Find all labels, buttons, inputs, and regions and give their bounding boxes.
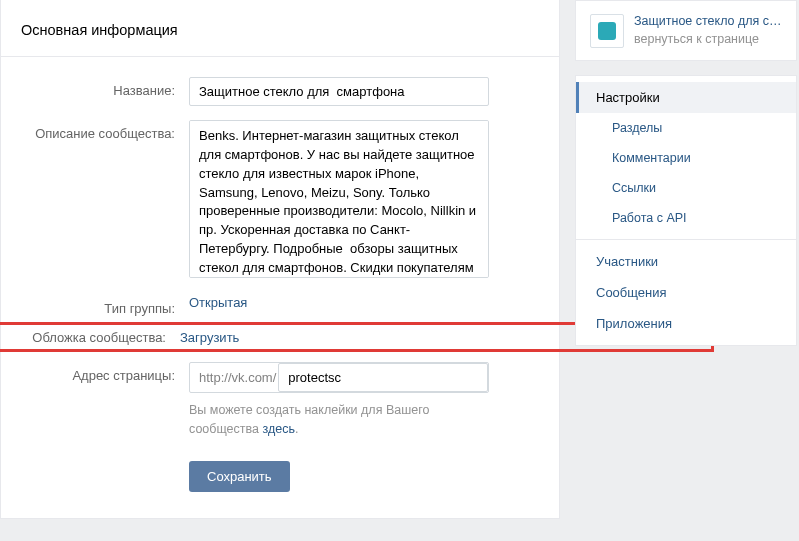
save-button[interactable]: Сохранить [189,461,290,492]
nav-messages[interactable]: Сообщения [576,277,796,308]
side-nav: Настройки Разделы Комментарии Ссылки Раб… [575,75,797,346]
nav-api[interactable]: Работа с API [576,203,796,233]
label-type: Тип группы: [1,295,189,316]
page-title: Основная информация [1,0,559,57]
nav-separator [576,239,796,240]
nav-settings[interactable]: Настройки [576,82,796,113]
back-to-page-link[interactable]: вернуться к странице [634,32,759,46]
nav-members[interactable]: Участники [576,246,796,277]
label-name: Название: [1,77,189,98]
community-card[interactable]: Защитное стекло для см... вернуться к ст… [575,0,797,61]
label-address: Адрес страницы: [1,362,189,383]
address-hint: Вы можете создать наклейки для Вашего со… [189,401,499,439]
address-field-wrap: http://vk.com/ [189,362,489,393]
stickers-link[interactable]: здесь [262,422,294,436]
main-panel: Основная информация Название: Описание с… [0,0,560,519]
nav-comments[interactable]: Комментарии [576,143,796,173]
nav-links[interactable]: Ссылки [576,173,796,203]
label-description: Описание сообщества: [1,120,189,141]
settings-form: Название: Описание сообщества: Benks. Ин… [1,57,559,492]
group-type-select[interactable]: Открытая [189,289,247,310]
address-input[interactable] [278,363,488,392]
nav-apps[interactable]: Приложения [576,308,796,339]
upload-cover-link[interactable]: Загрузить [180,330,239,345]
name-input[interactable] [189,77,489,106]
address-prefix: http://vk.com/ [190,364,278,391]
sidebar: Защитное стекло для см... вернуться к ст… [575,0,797,519]
nav-sections[interactable]: Разделы [576,113,796,143]
community-title: Защитное стекло для см... [634,13,782,31]
avatar [590,14,624,48]
description-textarea[interactable]: Benks. Интернет-магазин защитных стекол … [189,120,489,278]
label-cover: Обложка сообщества: [0,329,180,345]
avatar-icon [598,22,616,40]
